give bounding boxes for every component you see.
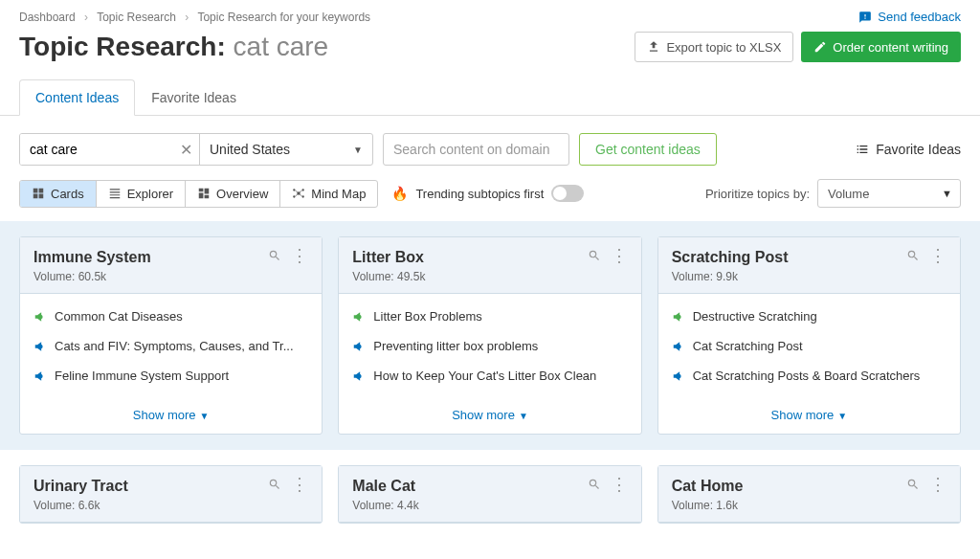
topic-card: Immune System Volume: 60.5k ⋮ Common Cat… (19, 236, 323, 435)
show-more-link[interactable]: Show more▼ (339, 400, 640, 434)
prioritize-select[interactable]: Volume ▼ (817, 179, 961, 208)
card-title: Male Cat (352, 478, 418, 495)
trending-label: Trending subtopics first (415, 187, 544, 201)
tab-favorite-ideas[interactable]: Favorite Ideas (135, 79, 253, 116)
megaphone-icon (352, 369, 366, 383)
search-icon[interactable] (268, 478, 281, 491)
export-button[interactable]: Export topic to XLSX (635, 32, 793, 62)
card-item[interactable]: Cat Scratching Post (672, 339, 947, 355)
chevron-down-icon: ▼ (942, 188, 952, 199)
megaphone-icon (33, 310, 47, 324)
card-item[interactable]: Cats and FIV: Symptoms, Causes, and Tr..… (33, 339, 308, 355)
chat-icon (858, 11, 872, 24)
megaphone-icon (672, 310, 685, 324)
topic-card: Male Cat Volume: 4.4k ⋮ (338, 465, 641, 524)
chevron-down-icon: ▼ (353, 145, 363, 155)
search-icon[interactable] (906, 249, 920, 262)
more-icon[interactable]: ⋮ (929, 478, 947, 491)
card-title: Litter Box (352, 249, 425, 266)
more-icon[interactable]: ⋮ (291, 478, 308, 491)
card-volume: Volume: 9.9k (672, 270, 789, 283)
breadcrumb-item: Topic Research for your keywords (197, 11, 370, 24)
explorer-icon (108, 187, 122, 200)
topic-card: Urinary Tract Volume: 6.6k ⋮ (19, 465, 323, 524)
keyword-country-combo: ✕ United States ▼ (19, 133, 373, 166)
card-title: Scratching Post (672, 249, 789, 266)
edit-icon (813, 40, 827, 54)
more-icon[interactable]: ⋮ (611, 478, 628, 491)
view-switcher: Cards Explorer Overview Mind Map (19, 180, 378, 208)
flame-icon: 🔥 (391, 186, 408, 201)
main-tabs: Content Ideas Favorite Ideas (0, 79, 980, 116)
mindmap-icon (292, 187, 305, 200)
chevron-down-icon: ▼ (519, 411, 528, 421)
list-icon (855, 142, 870, 157)
search-icon[interactable] (588, 478, 601, 491)
chevron-down-icon: ▼ (837, 411, 847, 421)
get-content-ideas-button[interactable]: Get content ideas (579, 133, 717, 166)
card-item[interactable]: Litter Box Problems (352, 309, 627, 325)
card-item[interactable]: Preventing litter box problems (352, 339, 627, 355)
prioritize-label: Prioritize topics by: (705, 187, 810, 201)
card-title: Immune System (33, 249, 151, 266)
card-item[interactable]: Destructive Scratching (672, 309, 947, 325)
country-select[interactable]: United States ▼ (200, 134, 372, 165)
show-more-link[interactable]: Show more▼ (658, 400, 960, 434)
topic-card: Cat Home Volume: 1.6k ⋮ (657, 465, 961, 524)
topic-card: Litter Box Volume: 49.5k ⋮ Litter Box Pr… (338, 236, 641, 435)
megaphone-icon (352, 310, 366, 324)
chevron-down-icon: ▼ (200, 411, 210, 421)
breadcrumb-item[interactable]: Topic Research (97, 11, 176, 24)
view-cards[interactable]: Cards (20, 181, 97, 207)
show-more-link[interactable]: Show more▼ (20, 400, 322, 434)
card-item[interactable]: How to Keep Your Cat's Litter Box Clean (352, 369, 627, 385)
card-volume: Volume: 6.6k (33, 499, 128, 512)
megaphone-icon (33, 340, 47, 353)
breadcrumb: Dashboard › Topic Research › Topic Resea… (19, 11, 370, 24)
domain-input[interactable] (383, 133, 569, 166)
megaphone-icon (352, 340, 366, 353)
card-item[interactable]: Cat Scratching Posts & Board Scratchers (672, 369, 947, 385)
megaphone-icon (672, 369, 685, 383)
view-explorer[interactable]: Explorer (97, 181, 186, 207)
megaphone-icon (33, 369, 47, 383)
card-item[interactable]: Common Cat Diseases (33, 309, 308, 325)
more-icon[interactable]: ⋮ (611, 249, 628, 262)
order-content-button[interactable]: Order content writing (801, 32, 961, 62)
view-mind-map[interactable]: Mind Map (280, 181, 377, 207)
page-title: Topic Research: cat care (19, 32, 328, 62)
send-feedback-link[interactable]: Send feedback (858, 10, 961, 24)
cards-icon (32, 187, 45, 200)
overview-icon (197, 187, 211, 200)
export-icon (647, 40, 660, 54)
trending-toggle[interactable] (551, 185, 584, 202)
card-volume: Volume: 49.5k (352, 270, 425, 283)
card-volume: Volume: 1.6k (672, 499, 744, 512)
search-icon[interactable] (588, 249, 601, 262)
favorite-ideas-link[interactable]: Favorite Ideas (855, 142, 961, 157)
search-icon[interactable] (906, 478, 920, 491)
more-icon[interactable]: ⋮ (291, 249, 308, 262)
keyword-input[interactable] (20, 134, 173, 165)
card-volume: Volume: 4.4k (352, 499, 418, 512)
view-overview[interactable]: Overview (186, 181, 280, 207)
topic-card: Scratching Post Volume: 9.9k ⋮ Destructi… (657, 236, 961, 435)
card-item[interactable]: Feline Immune System Support (33, 369, 308, 385)
card-title: Urinary Tract (33, 478, 128, 495)
more-icon[interactable]: ⋮ (929, 249, 947, 262)
search-icon[interactable] (268, 249, 281, 262)
card-volume: Volume: 60.5k (33, 270, 151, 283)
tab-content-ideas[interactable]: Content Ideas (19, 79, 135, 116)
card-title: Cat Home (672, 478, 744, 495)
clear-icon[interactable]: ✕ (173, 134, 200, 165)
breadcrumb-item[interactable]: Dashboard (19, 11, 76, 24)
megaphone-icon (672, 340, 685, 353)
